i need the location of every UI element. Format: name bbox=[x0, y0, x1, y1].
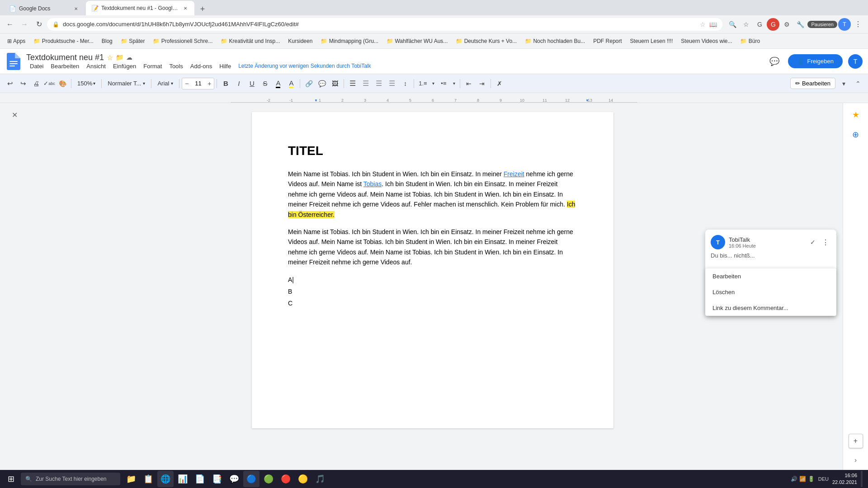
bookmark-14[interactable]: 📁 Büro bbox=[736, 37, 764, 45]
address-bar[interactable]: 🔒 docs.google.com/document/d/1hUH8k6h7Lb… bbox=[47, 18, 722, 31]
bookmark-9[interactable]: 📁 Deutsche Kurs + Vo... bbox=[452, 37, 520, 45]
ul-button[interactable]: •≡ bbox=[437, 77, 450, 90]
list-item-c[interactable]: C bbox=[288, 298, 577, 308]
user-avatar[interactable]: T bbox=[848, 54, 863, 69]
menu-bearbeiten[interactable]: Bearbeiten bbox=[47, 62, 83, 70]
expand-btn[interactable]: ⌃ bbox=[852, 77, 864, 90]
paint-format-button[interactable]: 🎨 bbox=[56, 77, 69, 90]
bookmark-12[interactable]: Steuern Lesen !!!! bbox=[627, 37, 677, 45]
taskbar-app-taskview[interactable]: 📋 bbox=[140, 471, 156, 487]
bookmark-7[interactable]: 📁 Mindmapping (Gru... bbox=[317, 37, 382, 45]
bookmark-apps[interactable]: ⊞ Apps bbox=[4, 37, 29, 45]
sidebar-comments-icon[interactable]: ★ bbox=[848, 107, 864, 123]
menu-addons[interactable]: Add-ons bbox=[187, 62, 216, 70]
image-button[interactable]: 🖼 bbox=[329, 77, 341, 90]
taskbar-app-chrome2[interactable]: 🟢 bbox=[260, 471, 277, 487]
tab2-close[interactable]: ✕ bbox=[182, 5, 189, 12]
taskbar-app-app1[interactable]: 🔴 bbox=[278, 471, 294, 487]
link-button[interactable]: 🔗 bbox=[302, 77, 315, 90]
start-button[interactable]: ⊞ bbox=[2, 470, 20, 488]
extension2-btn[interactable]: G bbox=[767, 18, 779, 31]
back-button[interactable]: ← bbox=[4, 18, 16, 31]
strikethrough-button[interactable]: S bbox=[259, 77, 271, 90]
taskbar-app-word[interactable]: 📄 bbox=[192, 471, 208, 487]
align-right-button[interactable]: ☰ bbox=[373, 77, 385, 90]
font-size-increase[interactable]: + bbox=[205, 78, 214, 89]
bookmark-5[interactable]: 📁 Kreativität und Insp... bbox=[217, 37, 283, 45]
menu-einfuegen[interactable]: Einfügen bbox=[109, 62, 140, 70]
star-icon[interactable]: ☆ bbox=[700, 21, 706, 28]
move-doc-icon[interactable]: 📁 bbox=[116, 54, 123, 61]
undo-button[interactable]: ↩ bbox=[4, 77, 16, 90]
bookmark-icon-btn[interactable]: ☆ bbox=[740, 18, 752, 31]
menu-ansicht[interactable]: Ansicht bbox=[83, 62, 109, 70]
docs-logo[interactable] bbox=[5, 53, 22, 70]
sidebar-expand-btn[interactable]: + bbox=[849, 434, 863, 448]
bookmark-6[interactable]: Kursideen bbox=[284, 37, 316, 45]
search-icon-btn[interactable]: 🔍 bbox=[726, 18, 739, 31]
share-button[interactable]: 👤 Freigeben bbox=[788, 54, 843, 68]
text-color-button[interactable]: A bbox=[272, 77, 284, 90]
bookmark-10[interactable]: 📁 Noch hochladen Bu... bbox=[521, 37, 589, 45]
spellcheck-button[interactable]: ✓abc bbox=[43, 77, 56, 90]
indent-increase-button[interactable]: ⇥ bbox=[476, 77, 488, 90]
font-size-input[interactable] bbox=[191, 80, 205, 87]
new-tab-button[interactable]: + bbox=[196, 3, 209, 15]
underline-button[interactable]: U bbox=[245, 77, 258, 90]
more-comment-btn[interactable]: ⋮ bbox=[820, 237, 831, 248]
taskbar-app-excel[interactable]: 📊 bbox=[175, 471, 191, 487]
close-sidebar-btn[interactable]: ✕ bbox=[10, 110, 19, 119]
browser-tab-2[interactable]: 📝 Textdokument neu #1 - Google ... ✕ bbox=[86, 1, 194, 15]
bearbeiten-mode-btn[interactable]: ✏ Bearbeiten bbox=[790, 78, 835, 89]
ol-chevron[interactable]: ▾ bbox=[429, 77, 437, 90]
line-spacing-button[interactable]: ↕ bbox=[399, 77, 411, 90]
ol-button[interactable]: 1.≡ bbox=[416, 77, 429, 90]
sidebar-collapse-btn[interactable]: › bbox=[851, 455, 860, 465]
extension3-btn[interactable]: ⚙ bbox=[780, 18, 793, 31]
taskbar-app-chrome[interactable]: 🔵 bbox=[243, 471, 259, 487]
system-tray[interactable]: 🔊 📶 🔋 bbox=[791, 476, 815, 482]
pause-btn[interactable]: Pausieren bbox=[807, 21, 837, 28]
comments-btn[interactable]: 💬 bbox=[766, 53, 783, 70]
menu-datei[interactable]: Datei bbox=[26, 62, 47, 70]
menu-tools[interactable]: Tools bbox=[165, 62, 186, 70]
star-doc-icon[interactable]: ☆ bbox=[107, 53, 113, 62]
bookmark-8[interactable]: 📁 Wahlfächer WU Aus... bbox=[383, 37, 451, 45]
bookmark-4[interactable]: 📁 Professionell Schre... bbox=[149, 37, 216, 45]
comment-toolbar-button[interactable]: 💬 bbox=[316, 77, 328, 90]
align-center-button[interactable]: ☰ bbox=[359, 77, 372, 90]
freizeit-link[interactable]: Freizeit bbox=[504, 170, 524, 178]
print-button[interactable]: 🖨 bbox=[30, 77, 42, 90]
tobias-link[interactable]: Tobias bbox=[363, 180, 382, 188]
zoom-selector[interactable]: 150% ▾ bbox=[74, 77, 99, 90]
bookmark-11[interactable]: PDF Report bbox=[590, 37, 625, 45]
redo-button[interactable]: ↪ bbox=[17, 77, 29, 90]
taskbar-app-spotify[interactable]: 🎵 bbox=[312, 471, 328, 487]
taskbar-app-powerpoint[interactable]: 📑 bbox=[209, 471, 225, 487]
clear-format-button[interactable]: ✗ bbox=[493, 77, 506, 90]
extension1-btn[interactable]: G bbox=[753, 18, 766, 31]
profile-btn[interactable]: T bbox=[838, 18, 851, 31]
sidebar-history-icon[interactable]: ⊕ bbox=[848, 127, 864, 143]
browser-tab-1[interactable]: 📄 Google Docs ✕ bbox=[4, 2, 85, 15]
context-menu-item-loeschen[interactable]: Löschen bbox=[705, 284, 836, 300]
cloud-doc-icon[interactable]: ☁ bbox=[126, 54, 132, 61]
taskbar-app-teams[interactable]: 💬 bbox=[226, 471, 242, 487]
bookmark-2[interactable]: Blog bbox=[98, 37, 116, 45]
doc-title-text[interactable]: Textdokument neu #1 bbox=[26, 53, 104, 62]
menu-hilfe[interactable]: Hilfe bbox=[216, 62, 235, 70]
list-item-b[interactable]: B bbox=[288, 286, 577, 296]
highlight-button[interactable]: A bbox=[285, 77, 297, 90]
list-item-a[interactable]: A| bbox=[288, 275, 577, 285]
tab1-close[interactable]: ✕ bbox=[72, 5, 80, 12]
taskbar-app-edge[interactable]: 🌐 bbox=[157, 471, 174, 487]
bookmark-13[interactable]: Steuern Videos wie... bbox=[677, 37, 736, 45]
align-justify-button[interactable]: ☰ bbox=[386, 77, 398, 90]
resolve-comment-btn[interactable]: ✓ bbox=[807, 237, 818, 248]
context-menu-item-link[interactable]: Link zu diesem Kommentar... bbox=[705, 300, 836, 316]
bold-button[interactable]: B bbox=[219, 77, 232, 90]
forward-button[interactable]: → bbox=[18, 18, 31, 31]
paragraph-1[interactable]: Mein Name ist Tobias. Ich bin Student in… bbox=[288, 169, 577, 220]
extension4-btn[interactable]: 🔧 bbox=[794, 18, 807, 31]
context-menu-item-bearbeiten[interactable]: Bearbeiten bbox=[705, 268, 836, 284]
